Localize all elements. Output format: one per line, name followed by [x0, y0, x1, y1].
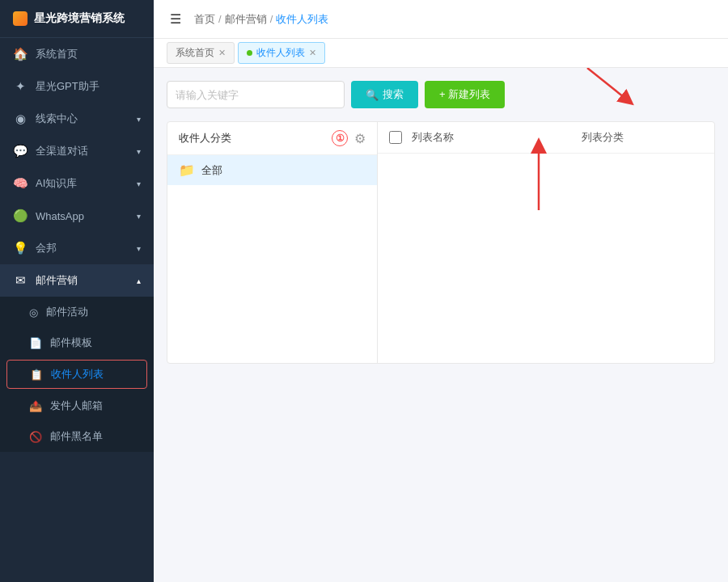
new-list-button[interactable]: + 新建列表 — [425, 81, 505, 108]
chevron-down-icon: ▾ — [137, 147, 141, 156]
sidebar-sub-email-sender[interactable]: 📤 发件人邮箱 — [0, 390, 154, 421]
chevron-down-icon: ▾ — [137, 179, 141, 188]
folder-icon: 📁 — [179, 162, 195, 178]
email-activity-icon: ◎ — [29, 306, 38, 318]
svg-line-0 — [587, 68, 628, 100]
table-container: 收件人分类 ① ⚙ 📁 全部 列表名称 — [167, 121, 715, 364]
col-name-header: 列表名称 — [412, 130, 572, 145]
email-sender-icon: 📤 — [29, 400, 42, 412]
table-panel: 列表名称 列表分类 — [378, 122, 714, 363]
search-input[interactable] — [167, 81, 345, 108]
email-icon: ✉ — [13, 273, 28, 288]
sidebar-item-channels[interactable]: 💬 全渠道对话 ▾ — [0, 135, 154, 167]
channels-icon: 💬 — [13, 144, 28, 158]
search-bar: 🔍 搜索 + 新建列表 ② — [167, 81, 715, 108]
sidebar: 星光跨境营销系统 🏠 系统首页 ✦ 星光GPT助手 ◉ 线索中心 ▾ 💬 全渠道… — [0, 0, 154, 582]
table-header: 列表名称 列表分类 — [378, 122, 714, 154]
search-button[interactable]: 🔍 搜索 — [351, 81, 418, 108]
whatsapp-icon: 🟢 — [13, 209, 28, 223]
breadcrumb-current: 收件人列表 — [276, 12, 328, 27]
category-item-all[interactable]: 📁 全部 — [167, 155, 377, 185]
menu-toggle-icon[interactable]: ☰ — [170, 11, 181, 27]
ai-icon: 🧠 — [13, 176, 28, 191]
sidebar-item-email[interactable]: ✉ 邮件营销 ▴ — [0, 264, 154, 297]
tabs-bar: 系统首页 ✕ 收件人列表 ✕ — [154, 39, 728, 68]
sidebar-item-leads[interactable]: ◉ 线索中心 ▾ — [0, 103, 154, 135]
email-recipients-icon: 📋 — [30, 369, 43, 381]
sidebar-item-guild[interactable]: 💡 会邦 ▾ — [0, 232, 154, 264]
breadcrumb-home[interactable]: 首页 — [194, 12, 215, 27]
category-header: 收件人分类 ① ⚙ — [167, 122, 377, 155]
email-template-icon: 📄 — [29, 337, 42, 349]
gpt-icon: ✦ — [13, 79, 28, 94]
app-logo-icon — [13, 11, 28, 26]
content-area: 🔍 搜索 + 新建列表 ② — [154, 68, 728, 582]
chevron-up-icon: ▴ — [137, 276, 141, 285]
breadcrumb-email[interactable]: 邮件营销 — [225, 12, 267, 27]
category-header-icons: ① ⚙ — [332, 130, 366, 146]
app-title: 星光跨境营销系统 — [0, 0, 154, 38]
gear-settings-icon[interactable]: ⚙ — [354, 131, 366, 146]
search-icon: 🔍 — [366, 89, 379, 101]
annotation-circle-1: ① — [332, 130, 348, 146]
breadcrumb-sep-2: / — [270, 13, 273, 25]
tab-close-active-icon[interactable]: ✕ — [309, 48, 316, 58]
chevron-down-icon: ▾ — [137, 244, 141, 253]
chevron-down-icon: ▾ — [137, 212, 141, 221]
col-class-header: 列表分类 — [582, 130, 703, 145]
sidebar-sub-email-template[interactable]: 📄 邮件模板 — [0, 327, 154, 358]
tab-active-dot — [247, 50, 252, 56]
tab-close-icon[interactable]: ✕ — [218, 48, 226, 58]
tab-recipients[interactable]: 收件人列表 ✕ — [238, 42, 325, 64]
home-icon: 🏠 — [13, 47, 28, 61]
category-panel: 收件人分类 ① ⚙ 📁 全部 — [167, 122, 378, 363]
breadcrumb: 首页 / 邮件营销 / 收件人列表 — [194, 12, 328, 27]
annotation-wrapper: 收件人分类 ① ⚙ 📁 全部 列表名称 — [167, 121, 715, 364]
topbar: ☰ 首页 / 邮件营销 / 收件人列表 — [154, 0, 728, 39]
chevron-down-icon: ▾ — [137, 115, 141, 124]
sidebar-item-home[interactable]: 🏠 系统首页 — [0, 38, 154, 70]
tab-home[interactable]: 系统首页 ✕ — [167, 42, 235, 64]
breadcrumb-sep-1: / — [218, 13, 222, 25]
leads-icon: ◉ — [13, 112, 28, 126]
email-blacklist-icon: 🚫 — [29, 431, 42, 443]
sidebar-item-gpt[interactable]: ✦ 星光GPT助手 — [0, 70, 154, 103]
sidebar-item-whatsapp[interactable]: 🟢 WhatsApp ▾ — [0, 200, 154, 232]
sidebar-sub-email-blacklist[interactable]: 🚫 邮件黑名单 — [0, 421, 154, 452]
sidebar-item-ai[interactable]: 🧠 AI知识库 ▾ — [0, 167, 154, 200]
sidebar-sub-email-recipients[interactable]: 📋 收件人列表 — [6, 360, 147, 389]
sidebar-email-submenu: ◎ 邮件活动 📄 邮件模板 📋 收件人列表 📤 发件人邮箱 🚫 邮件黑名单 — [0, 297, 154, 452]
select-all-checkbox[interactable] — [389, 131, 402, 144]
sidebar-sub-email-activity[interactable]: ◎ 邮件活动 — [0, 297, 154, 327]
guild-icon: 💡 — [13, 241, 28, 255]
main-content: ☰ 首页 / 邮件营销 / 收件人列表 系统首页 ✕ 收件人列表 ✕ 🔍 搜索 — [154, 0, 728, 582]
